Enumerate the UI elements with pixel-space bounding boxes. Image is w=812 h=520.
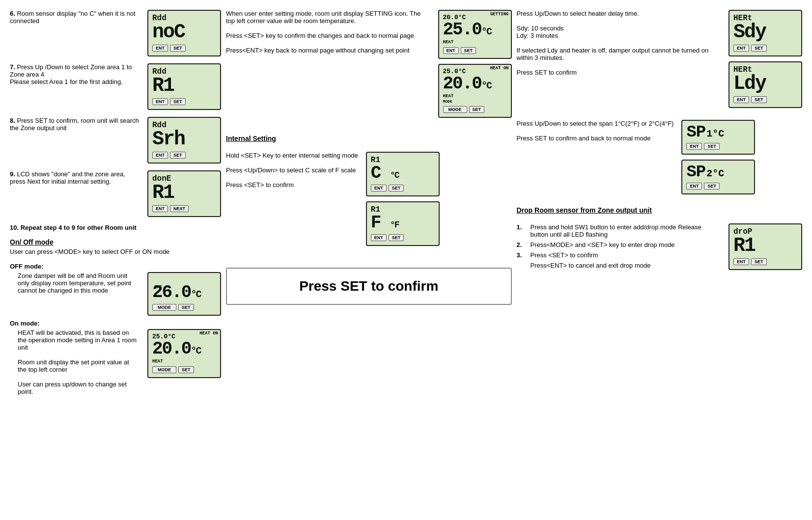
internal-confirm: Press <SET> to confirm: [226, 181, 358, 189]
setting-text: When user enter setting mode, room unit …: [226, 10, 430, 25]
heater-delay-text3: Press SET to confirm: [517, 69, 721, 76]
lcd-off-mode-btn[interactable]: MODE: [152, 304, 176, 311]
internal-setting: Internal Setting Hold <SET> Key to enter…: [226, 135, 512, 246]
lcd-sp1-ent[interactable]: ENT: [686, 143, 702, 150]
lcd-fahrenheit-line2: F °F: [371, 214, 435, 232]
drop-step3-num: 3.: [517, 251, 526, 259]
lcd-off-badge: OFF: [154, 285, 162, 290]
heater-sdy: Sdy: 10 seconds: [517, 25, 721, 32]
heater-delay-text1: Press Up/Down to select heater delay tim…: [517, 10, 721, 17]
setting-confirm: Press <SET> key to confirm the changes a…: [226, 32, 430, 39]
off-mode-title: OFF mode:: [10, 263, 221, 270]
lcd-heaton-mode-btn[interactable]: MODE: [443, 106, 467, 113]
heater-delay-text2: If selected Ldy and heater is off, dampe…: [517, 47, 721, 61]
item-8: 8. Press SET to confirm, room unit will …: [10, 117, 221, 164]
lcd-on-set[interactable]: SET: [178, 366, 194, 373]
item-6: 6. Room sensor display "no C" when it is…: [10, 10, 221, 56]
lcd-sp2-unit: 2°C: [706, 168, 724, 179]
lcd-setting-ent[interactable]: ENT: [443, 47, 459, 54]
lcd-on-badge: HEAT ON: [199, 331, 218, 336]
lcd-heaton: HEAT ON 25.0°C 20.0°C HEAT MODE MODE SET: [438, 64, 512, 118]
lcd-done-ent[interactable]: ENT: [152, 205, 168, 212]
lcd-srh-ent[interactable]: ENT: [152, 152, 168, 159]
heater-delay: Press Up/Down to select heater delay tim…: [517, 10, 803, 108]
item-9-num: 9.: [10, 170, 15, 178]
lcd-sp1-line1: SP: [686, 124, 705, 140]
item-7-text: Press Up /Down to select Zone area 1 to …: [10, 63, 132, 85]
repeat-text: 10. Repeat step 4 to 9 for other Room un…: [10, 224, 137, 231]
lcd-done-next[interactable]: NEXT: [170, 205, 189, 212]
internal-title: Internal Setting: [226, 135, 512, 142]
lcd-celsius-set[interactable]: SET: [389, 185, 404, 192]
lcd-drop-ent[interactable]: ENT: [733, 258, 749, 265]
lcd-r1-set[interactable]: SET: [170, 98, 186, 105]
column-3: Press Up/Down to select heater delay tim…: [517, 10, 803, 395]
lcd-heaton-set[interactable]: SET: [469, 106, 485, 113]
lcd-heaton-mode-label: MODE: [443, 99, 452, 104]
drop-step1-text: Press and hold SW1 button to enter add/d…: [531, 223, 721, 238]
column-1: 6. Room sensor display "no C" when it is…: [10, 10, 221, 395]
lcd-on-heat-label: HEAT: [152, 359, 216, 364]
repeat-step: 10. Repeat step 4 to 9 for other Room un…: [10, 224, 221, 231]
lcd-drop-line2: R1: [733, 236, 797, 256]
lcd-r1: Rdd R1 ENT SET: [147, 63, 221, 110]
lcd-drop-set[interactable]: SET: [751, 258, 767, 265]
lcd-noc-set[interactable]: SET: [170, 45, 186, 52]
item-9-text: LCD shows "done" and the zone area, pres…: [10, 170, 125, 185]
lcd-off-set[interactable]: SET: [178, 304, 194, 311]
drop-step1-num: 1.: [517, 223, 526, 231]
internal-hold: Hold <SET> Key to enter internal setting…: [226, 152, 358, 159]
lcd-sdy-line2: Sdy: [733, 23, 797, 42]
lcd-done-line2: R1: [152, 183, 216, 203]
lcd-on-mode: HEAT ON 25.0°C 20.0°C HEAT MODE SET: [147, 329, 221, 378]
lcd-r1-ent[interactable]: ENT: [152, 98, 168, 105]
lcd-sp1-set[interactable]: SET: [704, 143, 720, 150]
lcd-noc: Rdd noC ENT SET: [147, 10, 221, 56]
span-section: Press Up/Down to select the span 1°C(2°F…: [517, 120, 803, 194]
lcd-srh-set[interactable]: SET: [170, 152, 186, 159]
item-9: 9. LCD shows "done" and the zone area, p…: [10, 170, 221, 217]
lcd-sp1: SP 1°C ENT SET: [681, 120, 755, 155]
press-set-text: Press SET to confirm: [237, 278, 501, 294]
setting-back: Press<ENT> key back to normal page witho…: [226, 47, 430, 54]
lcd-noc-buttons: ENT SET: [152, 45, 216, 52]
lcd-on-main: 20.0°C: [152, 340, 216, 358]
span-text2: Press SET to confirm and back to normal …: [517, 135, 674, 142]
lcd-ldy-ent[interactable]: ENT: [733, 96, 749, 103]
onoff-title: On/ Off mode: [10, 238, 221, 246]
lcd-setting1: SETTING 20.0°C 25.0°C HEAT ENT SET: [438, 10, 512, 59]
drop-section: Drop Room sensor from Zone output unit 1…: [517, 206, 803, 270]
lcd-setting-heat-label: HEAT: [443, 40, 507, 45]
drop-step2-num: 2.: [517, 241, 526, 248]
column-2: When user enter setting mode, room unit …: [226, 10, 512, 395]
lcd-heaton-heat-label: HEAT: [443, 94, 507, 99]
lcd-fahrenheit-ent[interactable]: ENT: [371, 234, 387, 241]
lcd-setting-set[interactable]: SET: [461, 47, 476, 54]
on-mode-desc2: Room unit display the set point value at…: [18, 358, 140, 373]
onoff-section: On/ Off mode User can press <MODE> key t…: [10, 238, 221, 395]
on-mode-title: On mode:: [10, 320, 221, 327]
off-mode-desc: Zone damper will be off and Room unit on…: [18, 272, 140, 294]
lcd-ldy-set[interactable]: SET: [751, 96, 767, 103]
item-8-text: Press SET to confirm, room unit will sea…: [10, 117, 139, 132]
item-7-num: 7.: [10, 63, 15, 71]
heater-ldy: Ldy: 3 minutes: [517, 32, 721, 39]
lcd-sdy-ent[interactable]: ENT: [733, 45, 749, 52]
internal-updown: Press <Up/Down> to select C scale of F s…: [226, 166, 358, 174]
lcd-celsius: R1 C °C ENT SET: [366, 152, 440, 196]
lcd-noc-ent[interactable]: ENT: [152, 45, 168, 52]
lcd-on-mode-btn[interactable]: MODE: [152, 366, 176, 373]
lcd-celsius-ent[interactable]: ENT: [371, 185, 387, 192]
on-mode-desc3: User can press up/down to change set poi…: [18, 381, 140, 395]
lcd-sdy-set[interactable]: SET: [751, 45, 767, 52]
lcd-fahrenheit-set[interactable]: SET: [389, 234, 404, 241]
lcd-srh-line2: Srh: [152, 130, 216, 149]
lcd-celsius-line2: C °C: [371, 164, 435, 182]
lcd-sp2-ent[interactable]: ENT: [686, 183, 702, 190]
drop-title: Drop Room sensor from Zone output unit: [517, 206, 803, 214]
lcd-sdy: HERt Sdy ENT SET: [728, 10, 802, 56]
lcd-drop: droP R1 ENT SET: [728, 223, 802, 270]
lcd-sp2-set[interactable]: SET: [704, 183, 720, 190]
lcd-sp1-unit: 1°C: [706, 128, 724, 139]
lcd-off-mode: OFF 26.0°C MODE SET: [147, 272, 221, 316]
